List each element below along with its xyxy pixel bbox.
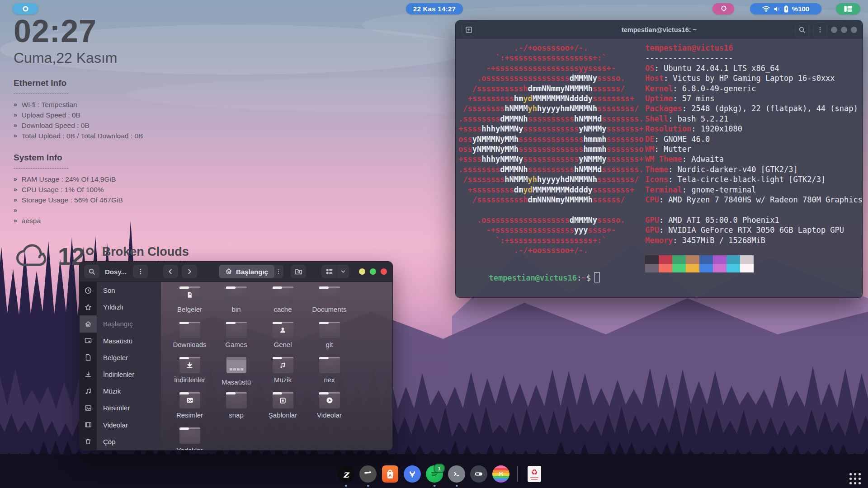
files-tab-label[interactable]: Dosy...: [105, 268, 127, 276]
terminal-menu-button[interactable]: [813, 23, 827, 37]
folder-item[interactable]: Resimler: [166, 390, 213, 426]
conky-date: Cuma,22 Kasım: [14, 50, 267, 66]
folder-item[interactable]: Games: [213, 320, 259, 355]
folder-item[interactable]: Videolar: [306, 390, 353, 426]
sidebar-item-çöp[interactable]: Çöp: [97, 433, 161, 450]
files-search-button[interactable]: [84, 265, 99, 278]
image-icon[interactable]: [80, 399, 97, 416]
minimize-button[interactable]: [831, 27, 837, 33]
breadcrumb[interactable]: Başlangıç: [219, 265, 274, 278]
sidebar-item-videolar[interactable]: Videolar: [97, 417, 161, 433]
folder-item[interactable]: İndirilenler: [166, 355, 213, 390]
close-button[interactable]: [851, 27, 857, 33]
sidebar-item-label: Masaüstü: [103, 337, 132, 345]
folder-item[interactable]: Belgeler: [166, 285, 213, 320]
folder-item[interactable]: Müzik: [259, 355, 306, 390]
folder-item[interactable]: Documents: [306, 285, 353, 320]
sidebar-item-başlangıç[interactable]: Başlangıç: [97, 315, 161, 332]
music-icon[interactable]: [80, 383, 97, 399]
dock-item-zen-browser[interactable]: z: [337, 465, 354, 483]
dock-item-uget[interactable]: [404, 465, 421, 483]
folder-item[interactable]: bin: [213, 285, 259, 320]
star-icon[interactable]: [80, 299, 97, 315]
terminal-window[interactable]: tempestian@victus16: ~ .-/+oossssoo+/-. …: [455, 20, 863, 298]
path-bar[interactable]: Başlangıç: [219, 265, 283, 278]
minimize-button[interactable]: [359, 268, 365, 275]
ethernet-info-list: »Wi-fi : Tempestian»Upload Speed : 0B»Do…: [14, 99, 267, 141]
show-apps-button[interactable]: [849, 473, 861, 484]
maximize-button[interactable]: [370, 268, 376, 275]
path-menu-icon[interactable]: [275, 268, 282, 275]
folder-search-button[interactable]: [291, 265, 306, 278]
view-mode-button[interactable]: [321, 265, 337, 278]
forward-button[interactable]: [182, 265, 197, 278]
folder-item[interactable]: Downloads: [166, 320, 213, 355]
folder-item[interactable]: Masaüstü: [213, 355, 259, 390]
video-icon[interactable]: [80, 417, 97, 433]
sidebar-item-müzik[interactable]: Müzik: [97, 383, 161, 399]
sidebar-item-belgeler[interactable]: Belgeler: [97, 349, 161, 366]
sidebar-item-i̇ndirilenler[interactable]: İndirilenler: [97, 366, 161, 383]
terminal-titlebar[interactable]: tempestian@victus16: ~: [456, 21, 863, 39]
folder-icon: [273, 392, 293, 408]
wifi-icon: [762, 5, 770, 12]
activities-pill[interactable]: [13, 3, 38, 14]
clock-icon[interactable]: [80, 282, 97, 299]
dock-item-dark-app[interactable]: [359, 465, 377, 483]
terminal-body[interactable]: .-/+oossssoo+/-. `:+ssssssssssssssssss+:…: [456, 39, 863, 297]
view-options-dropdown[interactable]: [337, 265, 349, 278]
back-button[interactable]: [163, 265, 178, 278]
svg-text:A: A: [389, 473, 392, 478]
running-indicator: [434, 485, 436, 487]
file-manager-window[interactable]: Dosy... Başlangıç: [79, 261, 393, 450]
system-info-title: System Info: [14, 153, 267, 163]
document-icon[interactable]: [80, 349, 97, 366]
sidebar-item-resimler[interactable]: Resimler: [97, 399, 161, 416]
files-grid[interactable]: BelgelerbincacheDocumentsDownloadsGamesG…: [161, 282, 392, 450]
home-icon[interactable]: [80, 315, 97, 332]
maximize-button[interactable]: [841, 27, 847, 33]
terminal-palette-swatch: [659, 264, 672, 272]
folder-item[interactable]: Şablonlar: [259, 390, 306, 426]
clock-label: 22 Kas 14:27: [413, 5, 456, 13]
folder-label: Yedekler: [177, 446, 203, 450]
sidebar-item-yıldızlı[interactable]: Yıldızlı: [97, 299, 161, 315]
folder-item[interactable]: git: [306, 320, 353, 355]
neofetch-ascii-art: .-/+oossssoo+/-. `:+ssssssssssssssssss+:…: [458, 43, 645, 272]
bullet-glyph: »: [14, 205, 17, 216]
dock-item-trash[interactable]: ♻: [526, 465, 543, 483]
folder-item[interactable]: Genel: [259, 320, 306, 355]
folder-item[interactable]: cache: [259, 285, 306, 320]
folder-icon: [273, 357, 293, 373]
close-button[interactable]: [381, 268, 387, 275]
desktop-icon[interactable]: [80, 333, 97, 349]
workspace-layout-pill[interactable]: [836, 3, 860, 14]
sidebar-item-son[interactable]: Son: [97, 282, 161, 299]
extensions-pill[interactable]: [712, 3, 734, 14]
files-titlebar[interactable]: Dosy... Başlangıç: [80, 262, 392, 282]
status-pill[interactable]: %100: [750, 3, 821, 14]
dock-item-rainbow-app[interactable]: [492, 465, 509, 483]
conky-item: »Storage Usage : 56% Of 467GiB: [14, 195, 267, 205]
download-icon[interactable]: [80, 366, 97, 383]
folder-item[interactable]: Yedekler: [166, 426, 213, 450]
dock-item-spotify[interactable]: 1: [426, 465, 443, 483]
dock-item-console[interactable]: [448, 465, 465, 483]
files-menu-button[interactable]: [133, 265, 148, 278]
sidebar-item-masaüstü[interactable]: Masaüstü: [97, 333, 161, 349]
dock-item-app-store[interactable]: A: [382, 465, 399, 483]
clock-pill[interactable]: 22 Kas 14:27: [406, 3, 463, 14]
divider: -----------------------: [14, 164, 267, 171]
layout-icon: [844, 5, 853, 12]
terminal-search-button[interactable]: [795, 23, 809, 37]
dock[interactable]: zA1♻: [337, 465, 543, 483]
folder-icon: [319, 392, 340, 408]
terminal-palette-swatch: [740, 255, 754, 264]
terminal-palette-swatch: [713, 255, 726, 264]
folder-label: Masaüstü: [222, 378, 251, 386]
folder-item[interactable]: snap: [213, 390, 259, 426]
dock-item-tweaks[interactable]: [470, 465, 487, 483]
new-tab-button[interactable]: [462, 23, 476, 37]
folder-item[interactable]: nex: [306, 355, 353, 390]
trash-icon[interactable]: [80, 433, 97, 450]
